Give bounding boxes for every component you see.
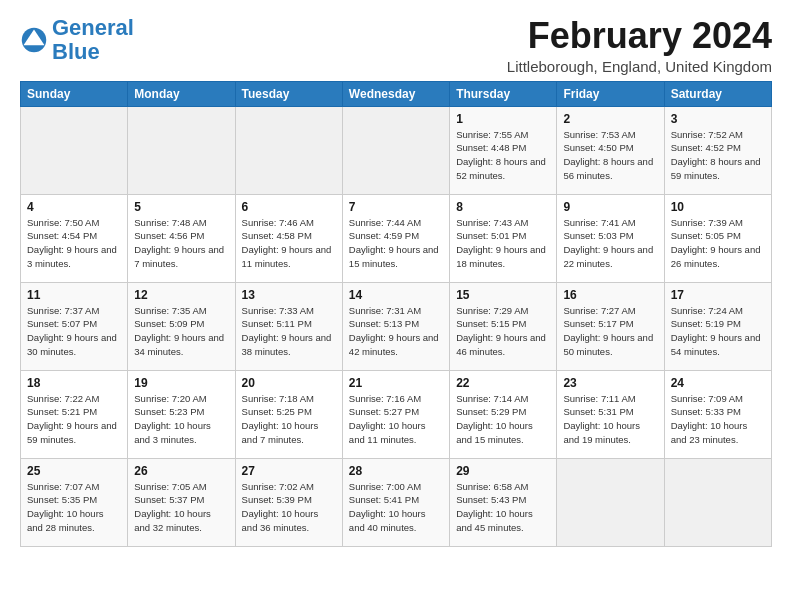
day-info: Sunrise: 7:22 AMSunset: 5:21 PMDaylight:…	[27, 392, 121, 447]
day-number: 9	[563, 200, 657, 214]
day-number: 8	[456, 200, 550, 214]
day-info: Sunrise: 7:00 AMSunset: 5:41 PMDaylight:…	[349, 480, 443, 535]
calendar-cell: 18Sunrise: 7:22 AMSunset: 5:21 PMDayligh…	[21, 370, 128, 458]
day-number: 1	[456, 112, 550, 126]
location-title: Littleborough, England, United Kingdom	[507, 58, 772, 75]
calendar-week-row: 18Sunrise: 7:22 AMSunset: 5:21 PMDayligh…	[21, 370, 772, 458]
header-monday: Monday	[128, 81, 235, 106]
day-number: 27	[242, 464, 336, 478]
logo-icon	[20, 26, 48, 54]
page-header: General Blue February 2024 Littleborough…	[20, 16, 772, 75]
day-info: Sunrise: 7:27 AMSunset: 5:17 PMDaylight:…	[563, 304, 657, 359]
calendar-cell: 26Sunrise: 7:05 AMSunset: 5:37 PMDayligh…	[128, 458, 235, 546]
header-tuesday: Tuesday	[235, 81, 342, 106]
calendar-week-row: 25Sunrise: 7:07 AMSunset: 5:35 PMDayligh…	[21, 458, 772, 546]
day-number: 10	[671, 200, 765, 214]
day-info: Sunrise: 7:43 AMSunset: 5:01 PMDaylight:…	[456, 216, 550, 271]
day-info: Sunrise: 7:50 AMSunset: 4:54 PMDaylight:…	[27, 216, 121, 271]
day-number: 17	[671, 288, 765, 302]
day-info: Sunrise: 7:02 AMSunset: 5:39 PMDaylight:…	[242, 480, 336, 535]
calendar-cell: 14Sunrise: 7:31 AMSunset: 5:13 PMDayligh…	[342, 282, 449, 370]
day-number: 19	[134, 376, 228, 390]
calendar-cell	[664, 458, 771, 546]
day-info: Sunrise: 7:09 AMSunset: 5:33 PMDaylight:…	[671, 392, 765, 447]
day-info: Sunrise: 7:33 AMSunset: 5:11 PMDaylight:…	[242, 304, 336, 359]
day-number: 28	[349, 464, 443, 478]
day-number: 29	[456, 464, 550, 478]
calendar-table: SundayMondayTuesdayWednesdayThursdayFrid…	[20, 81, 772, 547]
day-number: 15	[456, 288, 550, 302]
day-number: 6	[242, 200, 336, 214]
header-friday: Friday	[557, 81, 664, 106]
calendar-cell: 6Sunrise: 7:46 AMSunset: 4:58 PMDaylight…	[235, 194, 342, 282]
calendar-cell: 7Sunrise: 7:44 AMSunset: 4:59 PMDaylight…	[342, 194, 449, 282]
calendar-cell: 28Sunrise: 7:00 AMSunset: 5:41 PMDayligh…	[342, 458, 449, 546]
calendar-cell: 17Sunrise: 7:24 AMSunset: 5:19 PMDayligh…	[664, 282, 771, 370]
day-info: Sunrise: 7:20 AMSunset: 5:23 PMDaylight:…	[134, 392, 228, 447]
calendar-week-row: 11Sunrise: 7:37 AMSunset: 5:07 PMDayligh…	[21, 282, 772, 370]
calendar-cell: 20Sunrise: 7:18 AMSunset: 5:25 PMDayligh…	[235, 370, 342, 458]
day-number: 12	[134, 288, 228, 302]
calendar-cell: 16Sunrise: 7:27 AMSunset: 5:17 PMDayligh…	[557, 282, 664, 370]
day-number: 14	[349, 288, 443, 302]
day-info: Sunrise: 7:24 AMSunset: 5:19 PMDaylight:…	[671, 304, 765, 359]
calendar-cell: 22Sunrise: 7:14 AMSunset: 5:29 PMDayligh…	[450, 370, 557, 458]
calendar-cell: 3Sunrise: 7:52 AMSunset: 4:52 PMDaylight…	[664, 106, 771, 194]
calendar-cell: 1Sunrise: 7:55 AMSunset: 4:48 PMDaylight…	[450, 106, 557, 194]
calendar-cell	[21, 106, 128, 194]
day-info: Sunrise: 7:31 AMSunset: 5:13 PMDaylight:…	[349, 304, 443, 359]
calendar-cell: 4Sunrise: 7:50 AMSunset: 4:54 PMDaylight…	[21, 194, 128, 282]
header-sunday: Sunday	[21, 81, 128, 106]
calendar-cell: 2Sunrise: 7:53 AMSunset: 4:50 PMDaylight…	[557, 106, 664, 194]
day-number: 22	[456, 376, 550, 390]
calendar-cell: 24Sunrise: 7:09 AMSunset: 5:33 PMDayligh…	[664, 370, 771, 458]
day-info: Sunrise: 7:05 AMSunset: 5:37 PMDaylight:…	[134, 480, 228, 535]
calendar-cell: 5Sunrise: 7:48 AMSunset: 4:56 PMDaylight…	[128, 194, 235, 282]
day-number: 24	[671, 376, 765, 390]
calendar-cell: 29Sunrise: 6:58 AMSunset: 5:43 PMDayligh…	[450, 458, 557, 546]
day-info: Sunrise: 7:35 AMSunset: 5:09 PMDaylight:…	[134, 304, 228, 359]
calendar-cell	[128, 106, 235, 194]
day-number: 4	[27, 200, 121, 214]
day-info: Sunrise: 7:46 AMSunset: 4:58 PMDaylight:…	[242, 216, 336, 271]
header-thursday: Thursday	[450, 81, 557, 106]
day-info: Sunrise: 7:14 AMSunset: 5:29 PMDaylight:…	[456, 392, 550, 447]
day-info: Sunrise: 7:48 AMSunset: 4:56 PMDaylight:…	[134, 216, 228, 271]
day-number: 21	[349, 376, 443, 390]
day-number: 20	[242, 376, 336, 390]
day-number: 11	[27, 288, 121, 302]
day-info: Sunrise: 7:55 AMSunset: 4:48 PMDaylight:…	[456, 128, 550, 183]
day-info: Sunrise: 7:11 AMSunset: 5:31 PMDaylight:…	[563, 392, 657, 447]
day-number: 7	[349, 200, 443, 214]
logo-text: General Blue	[52, 16, 134, 64]
header-saturday: Saturday	[664, 81, 771, 106]
calendar-cell: 13Sunrise: 7:33 AMSunset: 5:11 PMDayligh…	[235, 282, 342, 370]
day-info: Sunrise: 7:52 AMSunset: 4:52 PMDaylight:…	[671, 128, 765, 183]
day-number: 3	[671, 112, 765, 126]
calendar-cell	[235, 106, 342, 194]
day-number: 26	[134, 464, 228, 478]
day-number: 23	[563, 376, 657, 390]
day-info: Sunrise: 7:16 AMSunset: 5:27 PMDaylight:…	[349, 392, 443, 447]
calendar-cell: 12Sunrise: 7:35 AMSunset: 5:09 PMDayligh…	[128, 282, 235, 370]
day-info: Sunrise: 7:37 AMSunset: 5:07 PMDaylight:…	[27, 304, 121, 359]
day-number: 5	[134, 200, 228, 214]
calendar-cell: 19Sunrise: 7:20 AMSunset: 5:23 PMDayligh…	[128, 370, 235, 458]
calendar-cell: 15Sunrise: 7:29 AMSunset: 5:15 PMDayligh…	[450, 282, 557, 370]
day-info: Sunrise: 7:29 AMSunset: 5:15 PMDaylight:…	[456, 304, 550, 359]
logo: General Blue	[20, 16, 134, 64]
calendar-cell: 9Sunrise: 7:41 AMSunset: 5:03 PMDaylight…	[557, 194, 664, 282]
day-info: Sunrise: 7:41 AMSunset: 5:03 PMDaylight:…	[563, 216, 657, 271]
month-title: February 2024	[507, 16, 772, 56]
day-info: Sunrise: 7:44 AMSunset: 4:59 PMDaylight:…	[349, 216, 443, 271]
logo-general: General	[52, 15, 134, 40]
calendar-cell: 11Sunrise: 7:37 AMSunset: 5:07 PMDayligh…	[21, 282, 128, 370]
calendar-cell: 23Sunrise: 7:11 AMSunset: 5:31 PMDayligh…	[557, 370, 664, 458]
calendar-cell	[342, 106, 449, 194]
day-number: 18	[27, 376, 121, 390]
calendar-cell: 21Sunrise: 7:16 AMSunset: 5:27 PMDayligh…	[342, 370, 449, 458]
logo-blue: Blue	[52, 39, 100, 64]
calendar-cell: 27Sunrise: 7:02 AMSunset: 5:39 PMDayligh…	[235, 458, 342, 546]
day-info: Sunrise: 7:07 AMSunset: 5:35 PMDaylight:…	[27, 480, 121, 535]
day-number: 16	[563, 288, 657, 302]
